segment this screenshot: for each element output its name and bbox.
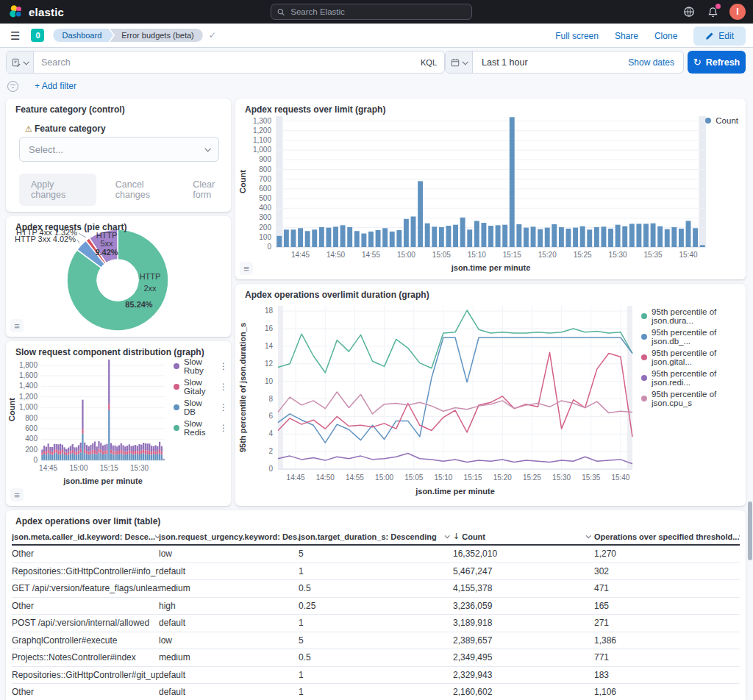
legend-actions-icon[interactable]: ⋮: [213, 361, 228, 371]
stacked-bar-segment[interactable]: [65, 455, 67, 460]
stacked-bar-segment[interactable]: [96, 446, 98, 451]
bar[interactable]: [305, 231, 310, 247]
stacked-bar-segment[interactable]: [132, 451, 134, 454]
user-avatar[interactable]: I: [729, 4, 746, 20]
bar[interactable]: [608, 229, 613, 247]
stacked-bar-segment[interactable]: [78, 454, 79, 460]
stacked-bar-segment[interactable]: [62, 453, 63, 460]
stacked-bar-segment[interactable]: [80, 449, 82, 452]
bar[interactable]: [538, 229, 543, 247]
stacked-bar-segment[interactable]: [106, 444, 107, 451]
bar[interactable]: [629, 224, 635, 247]
legend-actions-icon[interactable]: ⋮: [213, 423, 228, 433]
stacked-bar-segment[interactable]: [76, 447, 77, 451]
stacked-bar-segment[interactable]: [116, 451, 118, 454]
bar[interactable]: [636, 224, 641, 247]
stacked-bar-segment[interactable]: [143, 450, 144, 454]
stacked-bar-segment[interactable]: [94, 441, 96, 450]
bar[interactable]: [657, 226, 663, 247]
stacked-bar-segment[interactable]: [118, 451, 120, 454]
bar[interactable]: [418, 181, 423, 247]
stacked-bar-segment[interactable]: [70, 454, 71, 460]
bar[interactable]: [291, 229, 296, 247]
stacked-bar-segment[interactable]: [68, 452, 69, 455]
stacked-bar-segment[interactable]: [76, 455, 77, 460]
stacked-bar-segment[interactable]: [124, 454, 126, 460]
bar[interactable]: [671, 227, 677, 247]
bar[interactable]: [354, 231, 360, 247]
bar[interactable]: [326, 228, 331, 247]
stacked-bar-segment[interactable]: [161, 446, 163, 452]
space-avatar[interactable]: 0: [31, 29, 44, 42]
stacked-bar-segment[interactable]: [102, 454, 104, 460]
apply-changes-button[interactable]: Apply changes: [19, 174, 96, 206]
bar[interactable]: [679, 229, 684, 247]
stacked-bar-segment[interactable]: [72, 444, 74, 450]
stacked-bar-segment[interactable]: [151, 454, 152, 460]
stacked-bar-segment[interactable]: [149, 454, 150, 460]
refresh-button[interactable]: ↻ Refresh: [688, 51, 746, 74]
stacked-bar-segment[interactable]: [161, 451, 163, 454]
stacked-bar-segment[interactable]: [65, 449, 67, 453]
bar[interactable]: [333, 226, 338, 247]
stacked-bar-segment[interactable]: [122, 454, 124, 460]
full-screen-link[interactable]: Full screen: [555, 31, 599, 41]
stacked-bar-segment[interactable]: [82, 400, 83, 429]
stacked-bar-segment[interactable]: [130, 454, 132, 460]
breadcrumb-dashboard[interactable]: Dashboard: [53, 29, 113, 42]
stacked-bar-segment[interactable]: [155, 445, 157, 451]
stacked-bar-segment[interactable]: [62, 445, 63, 450]
table-column-header[interactable]: Operations over specified threshold...: [594, 529, 740, 544]
table-column-header[interactable]: json.target_duration_s: Descending: [299, 529, 453, 544]
stacked-bar-segment[interactable]: [104, 451, 106, 454]
stacked-bar-segment[interactable]: [48, 453, 49, 460]
line-series[interactable]: [278, 338, 632, 443]
bar[interactable]: [643, 224, 649, 247]
stacked-bar-segment[interactable]: [41, 455, 43, 460]
stacked-bar-segment[interactable]: [137, 451, 138, 454]
stacked-bar-segment[interactable]: [82, 429, 83, 434]
chevron-down-icon[interactable]: [155, 533, 159, 538]
bar[interactable]: [693, 228, 698, 247]
legend-item-slow-gitaly[interactable]: Slow Gitaly⋮: [174, 378, 228, 396]
stacked-bar-segment[interactable]: [137, 446, 138, 451]
stacked-bar-segment[interactable]: [98, 453, 99, 460]
bar[interactable]: [276, 236, 282, 247]
stacked-bar-segment[interactable]: [145, 450, 146, 454]
time-range-value[interactable]: Last 1 hour: [473, 57, 619, 68]
stacked-bar-segment[interactable]: [126, 451, 128, 454]
stacked-bar-segment[interactable]: [57, 451, 59, 454]
stacked-bar-segment[interactable]: [98, 449, 99, 452]
stacked-bar-segment[interactable]: [113, 451, 114, 454]
stacked-bar-segment[interactable]: [100, 450, 101, 454]
bar[interactable]: [566, 229, 571, 247]
legend-item-95th-percentile-of-json-db-[interactable]: 95th percentile of json.db_...: [641, 328, 746, 346]
stacked-bar-segment[interactable]: [43, 446, 45, 451]
stacked-bar-segment[interactable]: [94, 450, 96, 454]
stacked-bar-segment[interactable]: [64, 447, 65, 451]
bar[interactable]: [453, 225, 458, 247]
stacked-bar-segment[interactable]: [143, 454, 144, 460]
bar[interactable]: [404, 219, 409, 247]
stacked-bar-segment[interactable]: [159, 442, 160, 449]
stacked-bar-segment[interactable]: [72, 450, 74, 453]
bar[interactable]: [368, 232, 374, 247]
legend-item-slow-redis[interactable]: Slow Redis⋮: [174, 419, 228, 437]
share-link[interactable]: Share: [615, 31, 638, 41]
stacked-bar-segment[interactable]: [110, 450, 112, 454]
bar[interactable]: [502, 225, 507, 247]
stacked-bar-segment[interactable]: [118, 445, 120, 451]
stacked-bar-segment[interactable]: [110, 454, 112, 460]
stacked-bar-segment[interactable]: [110, 443, 112, 450]
bar[interactable]: [524, 228, 529, 247]
stacked-bar-segment[interactable]: [114, 446, 115, 451]
stacked-bar-segment[interactable]: [140, 445, 142, 451]
stacked-bar-segment[interactable]: [88, 451, 90, 454]
elastic-brand[interactable]: elastic: [9, 4, 64, 19]
bar[interactable]: [467, 229, 472, 247]
bar[interactable]: [411, 216, 416, 247]
stacked-bar-segment[interactable]: [43, 454, 45, 460]
stacked-bar-segment[interactable]: [130, 446, 132, 451]
legend-item-slow-ruby[interactable]: Slow Ruby⋮: [174, 357, 228, 375]
global-search[interactable]: [271, 4, 472, 20]
